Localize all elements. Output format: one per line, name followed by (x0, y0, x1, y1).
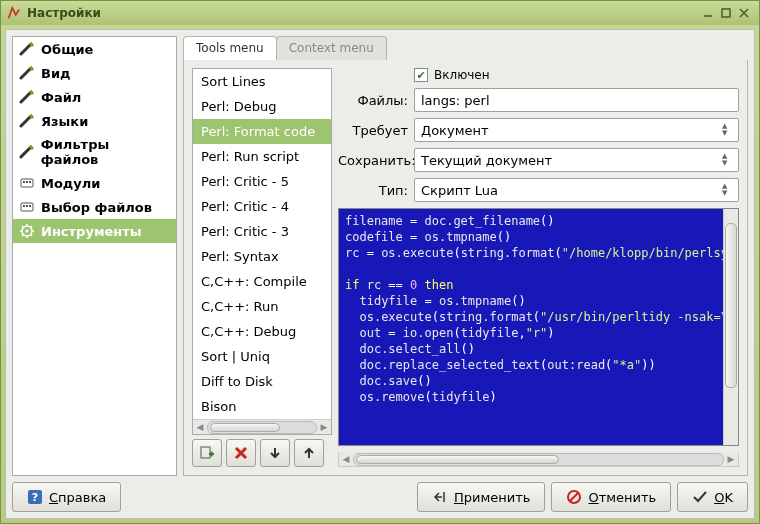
type-label: Тип: (338, 183, 408, 198)
tools-list: Sort LinesPerl: DebugPerl: Format codePe… (192, 68, 332, 435)
save-combo[interactable]: Текущий документ ▲▼ (414, 148, 739, 172)
svg-rect-6 (23, 205, 25, 207)
sidebar-item-6[interactable]: Выбор файлов (13, 195, 176, 219)
svg-rect-2 (23, 181, 25, 183)
minimize-button[interactable] (699, 4, 717, 22)
pref-fileselect-icon (19, 199, 35, 215)
sidebar-item-label: Вид (41, 66, 71, 81)
tool-item-10[interactable]: C,C++: Debug (193, 319, 331, 344)
pref-tools-icon (19, 223, 35, 239)
svg-text:?: ? (32, 491, 38, 504)
tool-item-11[interactable]: Sort | Uniq (193, 344, 331, 369)
tool-item-13[interactable]: Bison (193, 394, 331, 419)
svg-rect-3 (26, 181, 28, 183)
pref-modules-icon (19, 175, 35, 191)
tool-item-3[interactable]: Perl: Run script (193, 144, 331, 169)
enabled-checkbox[interactable]: ✔ (414, 68, 428, 82)
ok-icon (692, 489, 708, 505)
svg-rect-7 (26, 205, 28, 207)
tool-item-5[interactable]: Perl: Critic - 4 (193, 194, 331, 219)
settings-window: Настройки ОбщиеВидФайлЯзыкиФильтры файло… (0, 0, 760, 524)
enabled-label: Включен (434, 68, 490, 82)
chevron-updown-icon: ▲▼ (722, 121, 736, 139)
ok-button[interactable]: OK (677, 482, 748, 512)
tool-item-4[interactable]: Perl: Critic - 5 (193, 169, 331, 194)
script-hscroll[interactable]: ◀ ▶ (338, 452, 739, 467)
sidebar-item-label: Фильтры файлов (41, 137, 170, 167)
files-label: Файлы: (338, 93, 408, 108)
sidebar-item-2[interactable]: Файл (13, 85, 176, 109)
tab-0[interactable]: Tools menu (183, 36, 277, 60)
files-input[interactable]: langs: perl (414, 88, 739, 112)
sidebar-item-label: Выбор файлов (41, 200, 152, 215)
tool-item-6[interactable]: Perl: Critic - 3 (193, 219, 331, 244)
svg-point-10 (26, 230, 29, 233)
apply-button[interactable]: Применить (417, 482, 545, 512)
apply-icon (432, 489, 448, 505)
tools-hscroll[interactable]: ◀ ▶ (193, 419, 331, 434)
sidebar-item-7[interactable]: Инструменты (13, 219, 176, 243)
pref-filters-icon (19, 144, 35, 160)
sidebar-item-4[interactable]: Фильтры файлов (13, 133, 176, 171)
requires-label: Требует (338, 123, 408, 138)
sidebar-item-label: Инструменты (41, 224, 142, 239)
sidebar-item-label: Общие (41, 42, 93, 57)
maximize-button[interactable] (717, 4, 735, 22)
tabs: Tools menuContext menu (183, 36, 748, 60)
requires-combo[interactable]: Документ ▲▼ (414, 118, 739, 142)
svg-rect-11 (201, 447, 210, 458)
window-title: Настройки (27, 6, 101, 20)
sidebar-item-1[interactable]: Вид (13, 61, 176, 85)
pref-general-icon (19, 41, 35, 57)
sidebar-item-0[interactable]: Общие (13, 37, 176, 61)
sidebar-item-3[interactable]: Языки (13, 109, 176, 133)
chevron-updown-icon: ▲▼ (722, 181, 736, 199)
svg-rect-4 (29, 181, 31, 183)
pref-file-icon (19, 89, 35, 105)
pref-langs-icon (19, 113, 35, 129)
save-label: Сохранить: (338, 153, 408, 168)
svg-rect-8 (29, 205, 31, 207)
tool-item-2[interactable]: Perl: Format code (193, 119, 331, 144)
titlebar: Настройки (1, 1, 759, 25)
script-vscroll[interactable] (723, 209, 738, 445)
sidebar: ОбщиеВидФайлЯзыкиФильтры файловМодулиВыб… (12, 36, 177, 476)
close-button[interactable] (735, 4, 753, 22)
add-tool-button[interactable] (192, 439, 222, 467)
tool-item-8[interactable]: C,C++: Compile (193, 269, 331, 294)
type-combo[interactable]: Скрипт Lua ▲▼ (414, 178, 739, 202)
svg-rect-0 (722, 9, 730, 17)
sidebar-item-label: Языки (41, 114, 88, 129)
tool-item-0[interactable]: Sort Lines (193, 69, 331, 94)
move-down-button[interactable] (260, 439, 290, 467)
sidebar-item-5[interactable]: Модули (13, 171, 176, 195)
sidebar-item-label: Модули (41, 176, 100, 191)
cancel-icon (566, 489, 582, 505)
tool-item-9[interactable]: C,C++: Run (193, 294, 331, 319)
help-icon: ? (27, 489, 43, 505)
script-editor: filename = doc.get_filename() codefile =… (338, 208, 739, 446)
pref-view-icon (19, 65, 35, 81)
chevron-updown-icon: ▲▼ (722, 151, 736, 169)
help-button[interactable]: ? Справка (12, 482, 121, 512)
delete-tool-button[interactable] (226, 439, 256, 467)
app-icon (7, 6, 21, 20)
cancel-button[interactable]: Отменить (551, 482, 671, 512)
tool-item-7[interactable]: Perl: Syntax (193, 244, 331, 269)
tool-item-1[interactable]: Perl: Debug (193, 94, 331, 119)
move-up-button[interactable] (294, 439, 324, 467)
sidebar-item-label: Файл (41, 90, 81, 105)
tool-item-12[interactable]: Diff to Disk (193, 369, 331, 394)
tab-1[interactable]: Context menu (276, 36, 387, 60)
